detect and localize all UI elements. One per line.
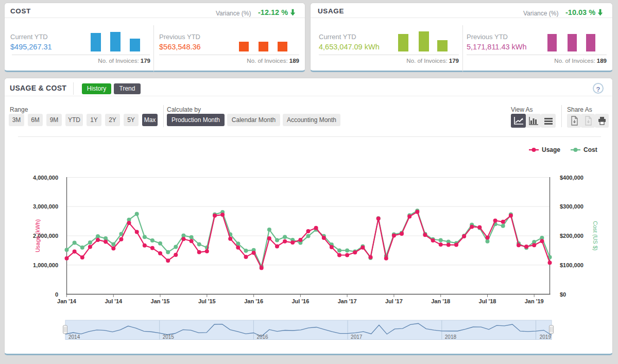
svg-text:2018: 2018 [445,334,457,340]
svg-text:Jan '17: Jan '17 [338,298,357,304]
svg-text:1,000,000: 1,000,000 [33,262,58,268]
svg-text:2017: 2017 [351,334,363,340]
svg-text:Jan '14: Jan '14 [57,298,77,304]
svg-text:Jul '16: Jul '16 [291,298,309,304]
svg-text:0: 0 [55,291,58,298]
svg-text:$200,000: $200,000 [560,233,583,239]
svg-text:2019: 2019 [540,334,552,340]
svg-text:Jul '14: Jul '14 [105,298,123,304]
svg-text:Cost: Cost [583,146,597,153]
svg-text:Jan '16: Jan '16 [244,298,263,304]
svg-text:$100,000: $100,000 [560,262,583,268]
svg-text:Usage: Usage [542,146,560,153]
svg-text:Jan '19: Jan '19 [525,298,544,304]
svg-text:$400,000: $400,000 [560,175,583,181]
svg-text:2016: 2016 [256,334,268,340]
svg-text:Cost (US $): Cost (US $) [592,221,598,250]
svg-text:Jan '18: Jan '18 [431,298,450,304]
svg-text:4,000,000: 4,000,000 [33,175,58,181]
svg-text:2014: 2014 [68,334,80,340]
svg-text:Jul '15: Jul '15 [198,298,216,304]
svg-text:Usage (kWh): Usage (kWh) [35,219,41,252]
svg-text:3,000,000: 3,000,000 [33,203,58,210]
svg-text:2015: 2015 [163,334,175,340]
svg-text:Jul '17: Jul '17 [385,298,403,304]
svg-text:$0: $0 [560,291,566,298]
svg-text:Jul '18: Jul '18 [479,298,496,304]
svg-text:Jan '15: Jan '15 [151,298,170,304]
svg-text:$300,000: $300,000 [560,203,583,210]
